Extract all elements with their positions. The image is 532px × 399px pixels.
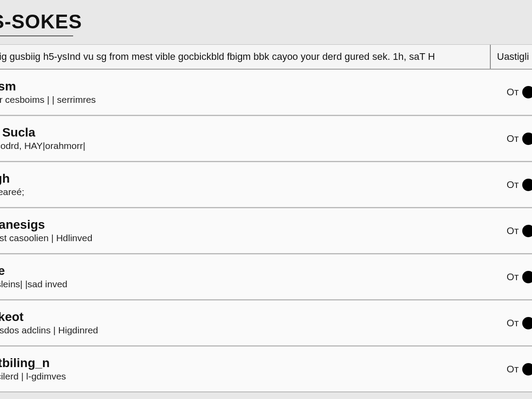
toggle-label: Oт (507, 271, 519, 283)
list-item-text: ve esleins| |sad inved (0, 264, 507, 289)
toggle-label: Oт (507, 179, 519, 191)
toggle-label: Oт (507, 86, 519, 98)
list-item-text: esm arr cesboims | | serrimres (0, 80, 507, 105)
list-item-title: stbiling_n (0, 356, 507, 370)
toggle-label: Oт (507, 225, 519, 237)
list-item[interactable]: ckeot rosdos adclins | Higdinred Oт (0, 300, 532, 346)
list-item-subtitle: rest casoolien | Hdlinved (0, 233, 507, 243)
list-item-subtitle: cleareé; (0, 187, 507, 197)
toggle-knob-icon[interactable] (522, 133, 532, 145)
subheader: mig gusbiig h5-ysInd vu sg from mest vib… (0, 44, 532, 70)
toggle-knob-icon[interactable] (522, 179, 532, 191)
header: S-SOKES (0, 0, 532, 44)
list-item-toggle[interactable]: Oт (507, 225, 532, 237)
list-item-toggle[interactable]: Oт (507, 271, 532, 283)
toggle-knob-icon[interactable] (522, 363, 532, 376)
toggle-knob-icon[interactable] (522, 86, 532, 98)
list-item-text: u Sucla scodrd, HAY|orahmorr| (0, 126, 507, 151)
list-item[interactable]: u Sucla scodrd, HAY|orahmorr| Oт (0, 116, 532, 162)
list-item[interactable]: igh cleareé; Oт (0, 162, 532, 208)
list-item-toggle[interactable]: Oт (507, 179, 532, 191)
toggle-knob-icon[interactable] (522, 225, 532, 237)
settings-list: esm arr cesboims | | serrimres Oт u Sucl… (0, 70, 532, 392)
list-item-subtitle: rosdos adclins | Higdinred (0, 325, 507, 336)
list-item-title: ve (0, 264, 507, 278)
list-item-toggle[interactable]: Oт (507, 363, 532, 376)
list-item[interactable]: ve esleins| |sad inved Oт (0, 254, 532, 300)
list-item-subtitle: scodrd, HAY|orahmorr| (0, 141, 507, 151)
list-item[interactable]: stbiling_n ecilerd | l-gdimves Oт (0, 346, 532, 392)
list-item-toggle[interactable]: Oт (507, 86, 532, 98)
list-item-text: ckeot rosdos adclins | Higdinred (0, 310, 507, 336)
title-underline (0, 35, 73, 36)
subheader-right-label[interactable]: Uastigli (490, 45, 532, 69)
list-item[interactable]: esm arr cesboims | | serrimres Oт (0, 70, 532, 116)
list-item-title: igh (0, 172, 507, 186)
list-item-subtitle: ecilerd | l-gdimves (0, 371, 507, 382)
toggle-knob-icon[interactable] (522, 317, 532, 329)
list-item-toggle[interactable]: Oт (507, 133, 532, 145)
page-title: S-SOKES (0, 11, 532, 33)
list-item-title: ckeot (0, 310, 507, 324)
toggle-label: Oт (507, 364, 519, 375)
toggle-label: Oт (507, 133, 519, 145)
list-item-toggle[interactable]: Oт (507, 317, 532, 329)
list-item-title: esm (0, 80, 507, 94)
list-item-title: u Sucla (0, 126, 507, 140)
subheader-description: mig gusbiig h5-ysInd vu sg from mest vib… (0, 45, 490, 69)
list-item-text: stbiling_n ecilerd | l-gdimves (0, 356, 507, 382)
list-item-subtitle: esleins| |sad inved (0, 279, 507, 289)
list-item-subtitle: arr cesboims | | serrimres (0, 94, 507, 105)
list-item[interactable]: hanesigs rest casoolien | Hdlinved Oт (0, 208, 532, 254)
toggle-label: Oт (507, 317, 519, 329)
list-item-text: igh cleareé; (0, 172, 507, 197)
toggle-knob-icon[interactable] (522, 271, 532, 283)
list-item-title: hanesigs (0, 218, 507, 232)
list-item-text: hanesigs rest casoolien | Hdlinved (0, 218, 507, 243)
